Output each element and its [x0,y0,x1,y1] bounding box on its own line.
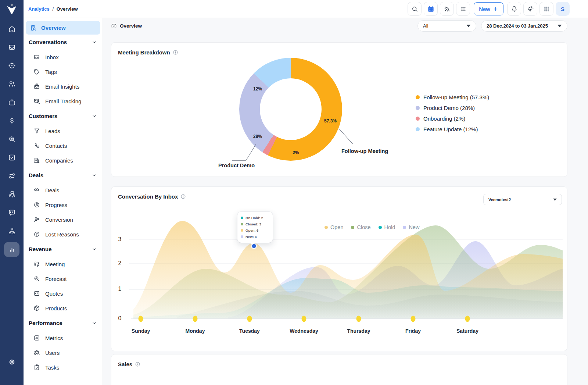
sidebar-item-overview[interactable]: Overview [26,21,100,35]
calendar-button[interactable] [424,2,438,16]
sidebar-item-quotes[interactable]: Quotes [26,286,100,301]
rail-home-icon[interactable] [4,21,19,36]
legend-dot [379,226,382,229]
chevron-down-icon [92,320,97,326]
tag-icon [33,68,40,75]
sidebar-item-conversion[interactable]: Conversion [26,212,100,227]
building-icon [33,157,40,164]
meeting-donut-chart[interactable]: 57.3% 12% 28% 2% [239,58,342,161]
y-tick-1: 1 [116,286,124,292]
sidebar-item-leads[interactable]: Leads [26,124,100,138]
sidebar-item-forecast[interactable]: Forecast [26,271,100,286]
sidebar-item-companies[interactable]: Companies [26,153,100,168]
legend-item: Follow-up Meeting (57.3%) [416,94,489,100]
legend-item: Hold [379,224,395,230]
metrics-icon [33,335,40,341]
new-button[interactable]: New [474,2,503,15]
main-content: Overview All 28 Dec,2024 to 03 Jan,2025 [103,18,588,385]
legend-item: Open [325,224,343,230]
sidebar-item-deals[interactable]: Deals [26,183,100,197]
funnel-icon [33,128,40,134]
sidebar-item-tags[interactable]: Tags [26,64,100,79]
sidebar-item-lost-reasons[interactable]: Lost Reasons [26,227,100,242]
rail-analytics-icon[interactable] [4,242,19,257]
slice-label-feature: 12% [253,86,262,92]
sidebar-section-deals[interactable]: Deals [26,168,100,183]
legend-dot [416,106,420,110]
notifications-button[interactable] [507,2,521,16]
info-icon[interactable] [173,50,178,55]
tooltip-dot [241,229,243,232]
info-icon[interactable] [135,361,140,367]
legend-dot [416,95,420,99]
sidebar-item-users[interactable]: Users [26,345,100,360]
overview-chip: Overview [111,23,142,29]
filter-all-select[interactable]: All [417,20,476,32]
rail-target-icon[interactable] [4,58,19,73]
callout-followup: Follow-up Meeting [341,148,388,154]
mail-tracking-icon [33,98,40,104]
rail-quotes-icon[interactable] [4,205,19,220]
rail-workflow-icon[interactable] [4,168,19,183]
rail-meeting-icon[interactable] [4,187,19,202]
chevron-down-icon [92,39,97,45]
phone-icon [33,142,40,149]
sales-card: Sales [111,354,567,385]
legend-item: Feature Update (12%) [416,126,489,132]
tooltip-row: On Hold: 2 [241,215,269,221]
inbox-area-chart[interactable] [111,187,568,352]
x-label-monday: Monday [175,328,215,334]
announcements-button[interactable] [523,2,537,16]
x-label-wednesday: Wednesday [284,328,324,334]
sidebar-item-email-insights[interactable]: Email Insights [26,79,100,94]
brand-logo[interactable] [0,0,24,18]
legend-item: Close [351,224,370,230]
y-tick-0: 0 [116,315,124,322]
sidebar-item-contacts[interactable]: Contacts [26,138,100,153]
sidebar-item-inbox[interactable]: Inbox [26,50,100,64]
person-coin-icon [33,216,40,223]
sidebar-section-conversations[interactable]: Conversations [26,35,100,50]
y-tick-3: 3 [116,236,124,243]
app-rail [0,0,24,385]
list-view-button[interactable] [456,2,470,16]
apps-button[interactable] [539,2,553,16]
sidebar-item-products[interactable]: Products [26,301,100,316]
x-label-tuesday: Tuesday [229,328,270,334]
callout-demo: Product Demo [218,163,255,168]
donut-ring [239,58,342,161]
doc-search-icon [30,25,37,31]
search-button[interactable] [408,2,422,16]
breadcrumb-analytics[interactable]: Analytics [28,6,50,12]
slice-label-onboarding: 2% [293,150,299,155]
forecast-icon [33,275,40,282]
sidebar-section-performance[interactable]: Performance [26,316,100,331]
rail-inbox-icon[interactable] [4,40,19,55]
tooltip-dot [241,217,243,219]
sidebar-item-meeting[interactable]: Meeting [26,257,100,271]
sidebar-item-metrics[interactable]: Metrics [26,331,100,345]
rail-forecast-icon[interactable] [4,132,19,147]
sidebar-item-progress[interactable]: Progress [26,197,100,212]
sales-title: Sales [118,361,132,367]
apps-grid-icon [543,6,550,13]
legend-dot [416,117,420,121]
rail-briefcase-icon[interactable] [4,95,19,110]
date-range-select[interactable]: 28 Dec,2024 to 03 Jan,2025 [481,20,567,32]
sidebar-section-customers[interactable]: Customers [26,108,100,124]
user-avatar[interactable]: S [556,2,570,16]
legend-item: New [403,224,419,230]
cast-button[interactable] [440,2,454,16]
slice-label-followup: 57.3% [324,118,337,124]
rail-revenue-icon[interactable] [4,113,19,128]
rail-settings-icon[interactable] [4,354,19,370]
chevron-down-icon [557,25,562,27]
sidebar-section-revenue[interactable]: Revenue [26,242,100,257]
sidebar-item-tasks[interactable]: Tasks [26,360,100,375]
meeting-legend: Follow-up Meeting (57.3%) Product Demo (… [416,94,489,132]
mail-chevron-icon [111,23,117,29]
rail-sitemap-icon[interactable] [4,224,19,239]
sidebar-item-email-tracking[interactable]: Email Tracking [26,94,100,108]
rail-contacts-icon[interactable] [4,76,19,92]
rail-tasks-icon[interactable] [4,150,19,165]
